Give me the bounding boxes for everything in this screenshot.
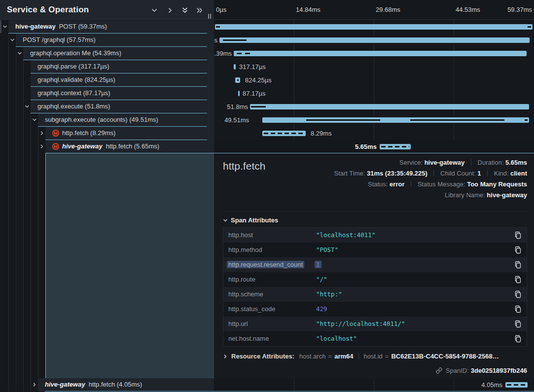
copy-icon[interactable] (514, 246, 522, 254)
indent-guide (23, 20, 24, 392)
span-operation-name: graphql.validate (824.25µs) (37, 76, 115, 83)
ruler-tick: 44.53ms (456, 6, 480, 13)
tree-row-graphql-execute[interactable]: graphql.execute (51.8ms) (31, 100, 214, 113)
copy-icon[interactable] (514, 276, 522, 284)
chevron-right-icon (223, 354, 228, 359)
span-bar-graphql-context[interactable] (238, 91, 240, 96)
span-bar-graphql-execute[interactable] (250, 104, 529, 109)
duration-label: 49.51ms (222, 116, 249, 124)
span-bar-http-fetch-4ms[interactable] (505, 382, 528, 388)
copy-icon[interactable] (514, 305, 522, 313)
span-operation-name: graphql.execute (51.8ms) (37, 103, 110, 110)
attribute-key: http.status_code (228, 305, 275, 313)
attribute-row-highlighted[interactable]: http.request.resend_count 1 (223, 257, 527, 272)
error-status-icon: ! (52, 130, 59, 137)
attribute-row[interactable]: http.status_code 429 (223, 302, 527, 317)
timeline-ruler: 0µs 14.84ms 29.68ms 44.53ms 59.37ms (214, 0, 534, 20)
attribute-row[interactable]: http.host "localhost:4011" (223, 228, 527, 243)
tree-row-http-fetch-8ms[interactable]: !http.fetch (8.29ms) (45, 127, 214, 140)
copy-icon[interactable] (514, 320, 522, 328)
span-id-value: 3de02518937fb246 (471, 367, 527, 374)
tree-row-http-fetch-5ms-selected[interactable]: !hive-gatewayhttp.fetch (5.65ms) (45, 140, 214, 153)
ruler-tick: 0µs (216, 6, 226, 13)
duration-label: 4.05ms (475, 381, 502, 389)
span-operation-name: graphql.parse (317.17µs) (37, 63, 109, 70)
chevron-right-icon[interactable] (39, 144, 44, 149)
span-attributes-header[interactable]: Span Attributes (223, 216, 278, 224)
ruler-tick: 14.84ms (296, 6, 320, 13)
attribute-value: "/" (316, 276, 327, 283)
duration-label: 317.17µs (239, 63, 266, 71)
attribute-row[interactable]: http.route "/" (223, 272, 527, 287)
span-bar-graphql-validate[interactable] (235, 77, 240, 83)
span-operation-name: POST /graphql (57.57ms) (23, 36, 96, 43)
attribute-row[interactable]: http.url "http://localhost:4011/" (223, 317, 527, 331)
tree-row-graphql-parse[interactable]: graphql.parse (317.17µs) (31, 60, 214, 73)
meta-label: Service: (399, 159, 423, 166)
span-bar-http-fetch-5ms[interactable] (380, 144, 411, 149)
span-operation-name: graphql.context (87.17µs) (37, 89, 110, 97)
chevron-down-icon[interactable] (25, 104, 30, 109)
span-operation-name: subgraph.execute (accounts) (49.51ms) (45, 116, 158, 123)
duration-label: 57.57ms (214, 36, 217, 44)
meta-value: hive-gateway (425, 159, 465, 166)
span-bar-http-fetch-8ms[interactable] (262, 131, 306, 136)
span-bar-post-graphql[interactable] (219, 37, 530, 43)
attribute-key: http.request.resend_count (227, 261, 304, 268)
chevron-right-icon[interactable] (39, 131, 44, 136)
chevron-down-icon (223, 218, 228, 223)
duration-label: 51.8ms (223, 103, 248, 110)
expand-one-icon[interactable] (166, 6, 174, 14)
tree-row-graphql-context[interactable]: graphql.context (87.17µs) (31, 87, 214, 100)
span-bar-operation-me[interactable] (234, 51, 527, 56)
span-detail-panel: http.fetch Service: hive-gateway Duratio… (214, 153, 534, 378)
scrollbar-thumb[interactable] (0, 20, 1, 33)
resource-key: host.id (364, 353, 383, 360)
span-bar-post[interactable] (215, 24, 533, 30)
meta-value: 1 (477, 170, 481, 177)
resource-key: host.arch (299, 353, 325, 360)
copy-icon[interactable] (514, 335, 522, 343)
resource-attributes-row[interactable]: Resource Attributes:host.arch=arm64host.… (223, 353, 499, 360)
chevron-right-icon[interactable] (32, 382, 37, 387)
indent-guide (16, 20, 16, 392)
error-status-icon: ! (52, 143, 59, 150)
collapse-one-icon[interactable] (150, 6, 158, 14)
tree-row-graphql-validate[interactable]: graphql.validate (824.25µs) (31, 73, 214, 87)
tree-row-graphql-operation-me[interactable]: graphql.operation Me (54.39ms) (23, 47, 214, 60)
span-service-name: hive-gateway (62, 143, 103, 150)
tree-row-hive-gateway-post[interactable]: hive-gatewayPOST (59.37ms) (8, 20, 214, 34)
attribute-row[interactable]: http.method "POST" (223, 243, 527, 257)
copy-icon[interactable] (514, 261, 522, 269)
duration-label-selected: 5.65ms (352, 143, 377, 150)
copy-icon[interactable] (514, 231, 522, 239)
tree-row-subgraph-execute[interactable]: subgraph.execute (accounts) (49.51ms) (38, 113, 214, 127)
meta-value: 5.65ms (505, 159, 527, 166)
panel-title: Service & Operation (7, 5, 89, 15)
span-operation-name: POST (59.37ms) (59, 23, 107, 30)
tree-row-post-graphql[interactable]: POST /graphql (57.57ms) (16, 34, 214, 47)
tree-row-http-fetch-4ms[interactable]: hive-gatewayhttp.fetch (4.05ms) (38, 378, 214, 392)
chevron-down-icon[interactable] (17, 51, 22, 56)
chevron-down-icon[interactable] (10, 37, 15, 42)
meta-label: Duration: (478, 159, 504, 166)
span-service-name: hive-gateway (15, 23, 56, 30)
duration-label: 8.29ms (311, 130, 332, 137)
span-bar-graphql-parse[interactable] (234, 64, 236, 70)
attribute-key: http.method (228, 246, 262, 253)
attribute-key: http.route (228, 276, 255, 283)
copy-icon[interactable] (514, 290, 522, 298)
attribute-key: http.scheme (228, 290, 263, 298)
attribute-row[interactable]: net.host.name "localhost" (223, 331, 527, 346)
chevron-down-icon[interactable] (32, 117, 37, 122)
collapse-all-icon[interactable] (181, 6, 189, 14)
panel-resize-handle[interactable] (208, 12, 212, 17)
meta-value: hive-gateway (487, 191, 527, 199)
attribute-value: "http:" (316, 290, 342, 298)
chevron-down-icon[interactable] (2, 24, 7, 29)
expand-all-icon[interactable] (196, 6, 204, 14)
duration-label: 824.25µs (245, 76, 272, 84)
attribute-row[interactable]: http.scheme "http:" (223, 287, 527, 302)
span-bar-subgraph-execute[interactable] (262, 117, 529, 123)
duration-label: 54.39ms (214, 50, 232, 57)
